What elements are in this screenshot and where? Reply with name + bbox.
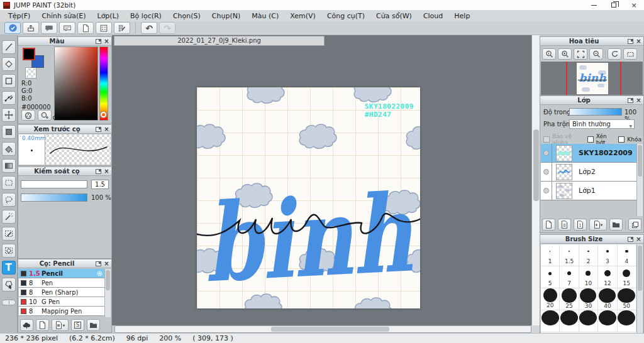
popout-icon[interactable] — [628, 98, 633, 103]
brush-add-button[interactable] — [36, 319, 49, 331]
brush-size-option[interactable] — [579, 310, 598, 332]
duplicate-layer-button[interactable] — [628, 219, 641, 231]
menu-layer[interactable]: Lớp(L) — [92, 12, 125, 20]
brush-size-option[interactable]: 5 — [541, 266, 560, 288]
add-1bit-layer-button[interactable]: 1 — [574, 219, 587, 231]
brush-settings-gear-icon[interactable] — [96, 270, 103, 277]
layer-row[interactable]: ~ Lớp2 — [541, 163, 636, 182]
brush-size-option[interactable]: 25 — [560, 288, 579, 310]
layer-visibility-toggle[interactable] — [541, 182, 552, 200]
transparent-color-swatch[interactable] — [25, 67, 36, 79]
clipping-checkbox[interactable] — [587, 136, 594, 143]
popout-icon[interactable] — [96, 169, 101, 174]
menu-window[interactable]: Cửa sổ(W) — [370, 12, 418, 20]
brush-size-value[interactable]: 1.5 — [91, 180, 109, 189]
hue-slider[interactable] — [99, 46, 108, 121]
document-button[interactable] — [77, 22, 94, 34]
add-layer-button[interactable] — [542, 219, 555, 231]
palette-add-button[interactable] — [38, 110, 52, 121]
zoom-out-button[interactable] — [589, 48, 603, 60]
brush-size-option[interactable]: 30 — [579, 288, 598, 310]
toolstrip-slider[interactable] — [2, 300, 16, 305]
select-rect-tool[interactable] — [2, 176, 16, 190]
brush-list-scrollbar[interactable] — [104, 269, 111, 317]
close-icon[interactable]: × — [103, 260, 110, 267]
rotate-reset-button[interactable] — [608, 48, 621, 60]
canvas[interactable]: binh SKY18022009 #HD247 — [197, 87, 420, 308]
brush-row[interactable]: 8 Pen — [19, 278, 106, 288]
canvas-horizontal-scrollbar[interactable] — [114, 325, 531, 333]
close-icon[interactable]: × — [635, 236, 642, 242]
brush-size-option[interactable]: 15 — [618, 266, 636, 288]
blend-mode-select[interactable]: Bình thường ▼ — [569, 119, 635, 129]
layer-visibility-toggle[interactable] — [541, 163, 552, 181]
add-8bit-layer-button[interactable]: 8 — [558, 219, 571, 231]
bucket-tool[interactable] — [2, 142, 16, 156]
move-tool[interactable] — [2, 108, 16, 122]
close-icon[interactable]: × — [103, 38, 110, 45]
publish-button[interactable] — [23, 22, 39, 34]
palette-button[interactable] — [21, 110, 35, 121]
brush-size-option[interactable] — [560, 310, 579, 332]
close-icon[interactable]: × — [635, 38, 642, 45]
brush-size-option[interactable] — [618, 310, 636, 332]
text-tool[interactable]: T — [2, 261, 16, 275]
hscroll-thumb[interactable] — [271, 327, 389, 332]
brush-size-option[interactable] — [541, 310, 560, 332]
menu-select[interactable]: Chọn(S) — [167, 12, 206, 20]
brush-row[interactable]: 1.5 Pencil — [19, 269, 106, 278]
brush-folder-button[interactable] — [87, 319, 100, 331]
popout-icon[interactable] — [96, 261, 101, 266]
add-special-layer-button[interactable]: ▼ — [589, 219, 607, 231]
brush-add-type-button[interactable]: ▼ — [52, 319, 69, 331]
brush-size-slider[interactable] — [21, 180, 87, 188]
menu-help[interactable]: Help — [448, 12, 475, 20]
zoom-reset-button[interactable] — [542, 48, 556, 60]
popout-icon[interactable] — [96, 127, 101, 132]
brush-size-option[interactable]: 10 — [579, 266, 598, 288]
select-eraser-tool[interactable] — [2, 244, 16, 258]
zoom-in-button[interactable] — [558, 48, 572, 60]
close-icon[interactable]: × — [103, 168, 110, 175]
brush-opacity-slider[interactable] — [21, 193, 87, 202]
fill-shape-tool[interactable] — [2, 125, 16, 139]
brush-size-option[interactable]: 1 — [541, 244, 560, 266]
hue-slider-cursor[interactable] — [101, 112, 106, 117]
magic-wand-tool[interactable] — [2, 210, 16, 224]
lock-checkbox[interactable] — [618, 136, 625, 143]
color-picker-cursor[interactable] — [53, 116, 57, 120]
comment-button[interactable] — [41, 22, 57, 34]
document-tab[interactable]: 2022_01_27_0j9_Kleki.png — [114, 36, 325, 46]
control-point-tool[interactable] — [2, 91, 16, 105]
close-icon[interactable]: × — [635, 97, 642, 104]
menu-file[interactable]: Tệp(F) — [3, 12, 36, 20]
close-button[interactable]: × — [624, 0, 644, 10]
menu-cloud[interactable]: Cloud — [418, 12, 448, 20]
shape-tool[interactable] — [2, 74, 16, 88]
vscroll-thumb[interactable] — [533, 129, 539, 201]
popout-icon[interactable] — [96, 39, 101, 44]
cloud-sync-button[interactable] — [4, 22, 21, 34]
brush-tool[interactable] — [2, 40, 16, 54]
brush-cloud-button[interactable] — [20, 319, 33, 331]
form-button[interactable] — [96, 22, 112, 34]
minimize-button[interactable] — [584, 0, 604, 10]
layer-folder-button[interactable] — [609, 219, 623, 231]
lasso-tool[interactable] — [2, 193, 16, 207]
navigator-viewport[interactable]: binh — [541, 62, 643, 95]
brush-size-option[interactable]: 50 — [618, 288, 636, 310]
brush-row[interactable]: 8 Pen (Sharp) — [19, 288, 106, 297]
brush-size-scrollbar[interactable] — [636, 244, 643, 333]
operation-tool[interactable] — [2, 278, 16, 291]
brush-size-option[interactable]: 3 — [598, 244, 617, 266]
brush-script-button[interactable]: S — [71, 319, 84, 331]
brush-size-option[interactable]: 20 — [541, 288, 560, 310]
material-palette-button[interactable] — [114, 22, 130, 34]
fit-width-button[interactable] — [623, 48, 637, 60]
brush-size-option[interactable]: 4 — [618, 244, 636, 266]
brush-size-option[interactable]: 12 — [598, 266, 617, 288]
gradient-tool[interactable] — [2, 159, 16, 173]
brush-size-option[interactable]: 40 — [598, 288, 617, 310]
brush-size-option[interactable]: 2 — [579, 244, 598, 266]
canvas-vertical-scrollbar[interactable] — [531, 35, 540, 325]
